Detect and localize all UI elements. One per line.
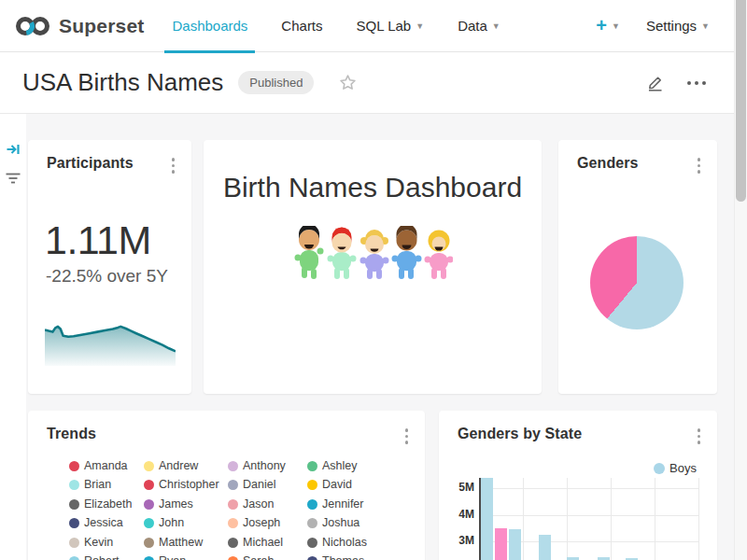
legend-item-boys[interactable]: Boys: [654, 461, 697, 475]
legend-item-kevin[interactable]: Kevin: [69, 537, 144, 549]
legend-item-ashley[interactable]: Ashley: [307, 460, 397, 472]
legend-label: Andrew: [159, 460, 198, 472]
pencil-icon: [645, 73, 665, 92]
infinity-logo-icon: [15, 14, 50, 38]
markdown-header-card: Birth Names Dashboard: [204, 140, 542, 394]
legend-swatch: [69, 518, 79, 528]
more-actions-button[interactable]: [687, 77, 706, 89]
legend-label: David: [322, 479, 352, 491]
nav-item-sql-lab[interactable]: SQL Lab ▼: [357, 0, 425, 52]
legend-item-daniel[interactable]: Daniel: [228, 479, 307, 491]
y-axis-tick: 4M: [441, 508, 474, 521]
legend-item-matthew[interactable]: Matthew: [144, 537, 228, 549]
legend-item-sarah[interactable]: Sarah: [228, 555, 307, 560]
published-badge[interactable]: Published: [238, 71, 314, 94]
genders-by-state-bar-chart[interactable]: [479, 478, 699, 560]
legend-item-andrew[interactable]: Andrew: [144, 460, 228, 472]
legend-label: Elizabeth: [84, 498, 132, 511]
nav-item-dashboards[interactable]: Dashboards: [172, 0, 247, 52]
legend-item-nicholas[interactable]: Nicholas: [307, 537, 397, 549]
nav-links: Dashboards Charts SQL Lab ▼ Data ▼: [172, 0, 500, 52]
gridline: [567, 478, 568, 560]
legend-label: Jessica: [84, 517, 123, 529]
legend-item-john[interactable]: John: [144, 517, 228, 529]
brand-name: Superset: [59, 15, 144, 37]
legend-swatch: [228, 499, 238, 510]
legend-label: James: [159, 498, 193, 511]
legend-item-anthony[interactable]: Anthony: [228, 460, 307, 472]
legend-label: Michael: [243, 537, 283, 549]
genders-pie-chart[interactable]: [590, 236, 684, 329]
dashboard-heading: Birth Names Dashboard: [204, 172, 542, 203]
filter-toggle-button[interactable]: [0, 172, 26, 185]
kids-illustration: [292, 226, 453, 280]
legend-item-michael[interactable]: Michael: [228, 537, 307, 549]
legend-item-joshua[interactable]: Joshua: [307, 517, 397, 529]
legend-label: Joshua: [322, 517, 359, 529]
legend-swatch: [307, 556, 317, 560]
page-scrollbar-thumb[interactable]: [736, 0, 746, 202]
legend-swatch: [228, 461, 238, 471]
legend-item-jessica[interactable]: Jessica: [69, 517, 144, 529]
legend-label: Amanda: [84, 460, 128, 472]
card-menu-button[interactable]: [694, 426, 705, 447]
legend-item-joseph[interactable]: Joseph: [228, 517, 307, 529]
top-navbar: Superset Dashboards Charts SQL Lab ▼ Dat…: [0, 0, 747, 52]
edit-dashboard-button[interactable]: [645, 73, 665, 92]
legend-swatch: [144, 538, 154, 548]
legend-label: Matthew: [159, 537, 203, 549]
gridline: [523, 478, 524, 560]
filter-icon: [6, 172, 21, 185]
kebab-icon: [172, 158, 176, 161]
new-item-button[interactable]: + ▼: [596, 15, 620, 36]
legend-swatch: [69, 461, 79, 471]
y-axis-tick: 3M: [441, 534, 474, 547]
legend-item-thomas[interactable]: Thomas: [307, 555, 397, 560]
participants-card: Participants 1.11M -22.5% over 5Y: [28, 140, 191, 394]
nav-item-data[interactable]: Data ▼: [458, 0, 500, 52]
legend-swatch: [69, 556, 79, 560]
nav-item-charts[interactable]: Charts: [281, 0, 322, 52]
card-title: Genders by State: [458, 426, 582, 442]
expand-filter-bar-button[interactable]: [0, 142, 26, 157]
card-menu-button[interactable]: [168, 155, 179, 176]
participants-trend-sparkline: [45, 317, 176, 366]
kebab-icon: [698, 158, 701, 161]
legend-label: Anthony: [243, 460, 286, 472]
card-menu-button[interactable]: [402, 426, 413, 447]
kebab-icon: [405, 428, 409, 432]
trends-legend: AmandaAndrewAnthonyAshleyBrianChristophe…: [69, 460, 425, 560]
legend-item-jennifer[interactable]: Jennifer: [307, 498, 397, 511]
legend-item-james[interactable]: James: [144, 498, 228, 511]
superset-logo[interactable]: Superset: [15, 14, 144, 38]
legend-item-amanda[interactable]: Amanda: [69, 460, 144, 472]
legend-swatch: [144, 461, 154, 471]
legend-item-david[interactable]: David: [307, 479, 397, 491]
card-menu-button[interactable]: [694, 155, 705, 176]
legend-label: Thomas: [322, 555, 364, 560]
titlebar-actions: [645, 73, 706, 92]
legend-item-elizabeth[interactable]: Elizabeth: [69, 498, 144, 511]
legend-swatch: [69, 538, 79, 548]
legend-swatch: [144, 480, 154, 490]
plus-icon: +: [596, 15, 607, 36]
legend-swatch: [307, 518, 317, 528]
legend-item-robert[interactable]: Robert: [69, 555, 144, 560]
page-scrollbar-track[interactable]: [734, 0, 747, 560]
legend-swatch: [307, 461, 317, 471]
legend-item-christopher[interactable]: Christopher: [144, 479, 228, 491]
favorite-star-button[interactable]: [338, 73, 358, 92]
legend-swatch: [144, 518, 154, 528]
legend-item-brian[interactable]: Brian: [69, 479, 144, 491]
big-number-value: 1.11M: [45, 220, 191, 260]
card-title: Genders: [577, 155, 639, 172]
nav-label: Data: [458, 18, 487, 34]
legend-item-jason[interactable]: Jason: [228, 498, 307, 511]
legend-item-ryan[interactable]: Ryan: [144, 555, 228, 560]
nav-right: + ▼ Settings ▼: [596, 15, 719, 36]
settings-menu[interactable]: Settings ▼: [646, 18, 710, 34]
chevron-down-icon: ▼: [416, 22, 424, 31]
legend-label: Sarah: [243, 555, 274, 560]
legend-swatch: [144, 556, 154, 560]
legend-label: Jason: [243, 498, 274, 511]
